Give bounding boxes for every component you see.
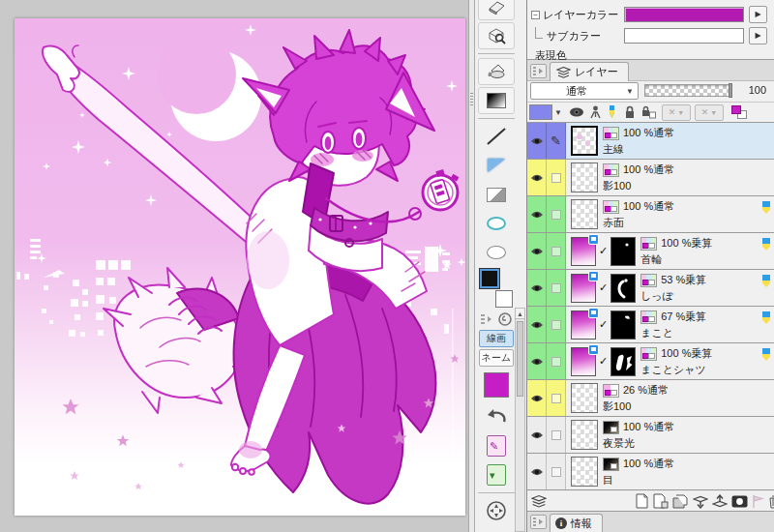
layer-thumbnail[interactable] [571,383,598,413]
layer-mask-button[interactable] [731,495,748,508]
layer-color-toggle[interactable] [731,105,747,119]
layer-row[interactable]: 100 %通常目 [527,454,774,490]
quick-access-icon[interactable] [497,311,513,327]
opacity-slider-thumb[interactable] [729,83,732,98]
new-layer-button[interactable] [635,493,649,509]
layer-thumbnail[interactable] [571,237,596,266]
balloon-tool-button[interactable] [478,239,515,266]
layer-edit-cell[interactable] [547,160,566,195]
undo-button[interactable] [478,403,515,430]
layer-name[interactable]: 影100 [603,399,774,414]
layer-edit-cell[interactable] [547,307,566,342]
layer-visibility-toggle[interactable] [527,160,547,195]
opacity-slider[interactable] [644,84,732,97]
draft-pen-button[interactable] [607,105,618,119]
tab-info[interactable]: i 情報 [550,514,603,532]
layer-row[interactable]: ✓53 %乗算しっぽ [527,270,774,307]
scrollbar-thumb[interactable] [517,321,523,397]
layer-visibility-toggle[interactable] [527,343,547,379]
layer-color-swatch[interactable] [624,7,744,22]
layer-row[interactable]: ✓67 %乗算まこと [527,307,774,343]
sub-color-picker-button[interactable]: ▶ [749,27,767,44]
layer-edit-cell[interactable] [547,233,566,269]
lock-layer-button[interactable] [624,105,636,119]
palette-color-swatch[interactable] [529,104,552,120]
layer-row[interactable]: ✓100 %乗算まことシャツ [527,343,774,380]
panel-menu-button[interactable] [530,64,547,78]
name-toolset-button[interactable]: ネーム [479,349,514,367]
layer-edit-cell[interactable] [547,454,566,489]
tone-tool-button[interactable] [478,181,515,208]
layer-edit-cell[interactable] [547,343,566,379]
lock-transparency-button[interactable] [641,105,657,119]
layer-row[interactable]: 100 %通常赤面 [527,196,774,233]
color-swatches[interactable] [480,269,513,308]
canvas-illustration[interactable] [15,18,465,516]
layer-row[interactable]: 26 %通常影100 [527,380,774,417]
layer-name[interactable]: 首輪 [640,252,774,267]
fill-tool-button[interactable] [478,58,515,85]
layer-name[interactable]: 目 [603,473,774,488]
edit-page-button[interactable]: ✎ [478,432,515,459]
layer-edit-cell[interactable] [547,417,566,453]
tab-layers[interactable]: レイヤー [550,62,629,81]
layer-edit-cell[interactable] [547,380,566,416]
panel-splitter[interactable] [468,0,475,532]
layer-name[interactable]: 主線 [603,142,774,157]
layer-thumbnail[interactable] [571,347,596,376]
layer-name[interactable]: まこと [640,326,774,340]
layer-visibility-toggle[interactable] [527,196,547,232]
new-vector-layer-button[interactable] [653,493,669,509]
layer-edit-cell[interactable]: ✎ [547,123,566,159]
layer-name[interactable]: 夜景光 [603,436,774,451]
layer-visibility-toggle[interactable] [527,270,547,306]
alpha-lock-button[interactable] [590,105,601,119]
delete-layer-button[interactable] [768,494,774,509]
eraser-tool-button[interactable] [478,0,515,20]
layer-row[interactable]: 100 %通常夜景光 [527,417,774,454]
merge-down-button[interactable] [693,494,708,509]
layer-thumbnail[interactable] [571,457,598,487]
layer-edit-cell[interactable] [547,196,566,232]
layer-visibility-toggle[interactable] [527,233,547,269]
layer-mask-thumbnail[interactable] [610,237,636,266]
navigate-button[interactable] [478,497,515,524]
new-folder-button[interactable] [672,494,689,509]
collapse-toggle[interactable]: − [531,11,540,19]
layer-name[interactable]: まことシャツ [640,363,774,377]
layer-color-picker-button[interactable]: ▶ [749,6,767,23]
transfer-down-button[interactable] [712,494,728,509]
layer-name[interactable]: しっぽ [640,289,774,304]
layer-name[interactable]: 赤面 [603,216,774,230]
layer-mask-thumbnail[interactable] [610,310,636,340]
export-page-button[interactable]: ▾ [478,461,515,488]
polyline-tool-button[interactable] [478,152,515,179]
layer-thumbnail[interactable] [571,420,598,450]
blend-mode-dropdown[interactable]: 通常 ▼ [530,82,639,100]
layer-thumbnail[interactable] [571,199,598,229]
layer-visibility-toggle[interactable] [527,123,547,159]
layer-visibility-toggle[interactable] [527,417,547,453]
foreground-color-swatch[interactable] [480,269,499,288]
layer-edit-cell[interactable] [547,270,566,306]
background-color-swatch[interactable] [495,290,513,308]
line-tool-button[interactable] [478,123,515,150]
layer-visibility-toggle[interactable] [527,380,547,416]
layer-row[interactable]: 100 %通常影100 [527,160,774,196]
rotate-view-button[interactable] [478,526,515,532]
layer-thumbnail[interactable] [571,163,598,192]
tool-scrollbar[interactable]: ▲ [515,308,525,532]
layer-visibility-toggle[interactable] [527,454,547,489]
layer-name[interactable]: 影100 [603,179,774,193]
operation-tool-button[interactable] [478,22,515,49]
panel-menu-button[interactable] [530,515,547,529]
current-color-swatch[interactable] [484,372,509,398]
layer-thumbnail[interactable] [571,274,596,303]
layer-thumbnail[interactable] [571,126,598,156]
layer-mask-thumbnail[interactable] [610,347,636,376]
layer-row[interactable]: ✓100 %乗算首輪 [527,233,774,270]
layer-thumbnail[interactable] [571,310,596,340]
panel-menu-icon[interactable] [480,313,494,325]
lineart-toolset-button[interactable]: 線画 [479,330,514,347]
sub-color-swatch[interactable] [624,28,744,44]
